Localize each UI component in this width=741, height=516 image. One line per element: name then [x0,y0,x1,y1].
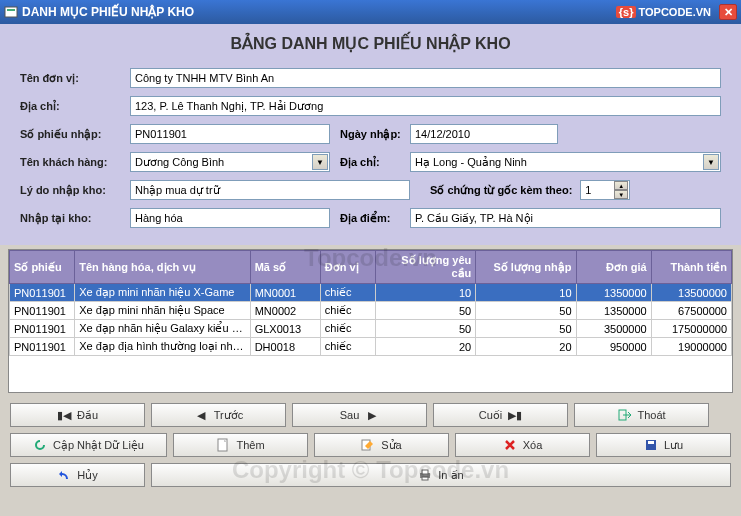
cell[interactable]: 67500000 [651,302,731,320]
exit-icon [617,408,631,422]
col-header[interactable]: Đơn vị [320,251,375,284]
col-header[interactable]: Số phiếu [10,251,75,284]
luu-button[interactable]: Lưu [596,433,731,457]
svg-rect-0 [5,7,17,17]
svg-rect-6 [648,441,654,444]
cell[interactable]: Xe đạp nhãn hiệu Galaxy kiểu địa [75,320,250,338]
cell[interactable]: chiếc [320,284,375,302]
cell[interactable]: 10 [375,284,475,302]
dia-chi-kh-select[interactable] [410,152,721,172]
ten-don-vi-input[interactable] [130,68,721,88]
sau-button[interactable]: Sau▶ [292,403,427,427]
col-header[interactable]: Đơn giá [576,251,651,284]
col-header[interactable]: Số lượng nhập [476,251,576,284]
inan-button[interactable]: In ấn [151,463,731,487]
cell[interactable]: 13500000 [651,284,731,302]
first-icon: ▮◀ [57,408,71,422]
ngay-nhap-input[interactable] [410,124,558,144]
logo: {s}TOPCODE.VN [616,6,711,18]
form-panel: Tên đơn vị: Địa chỉ: Số phiếu nhập: Ngày… [0,59,741,245]
cell[interactable]: Xe đạp mini nhãn hiệu Space [75,302,250,320]
so-phieu-input[interactable] [130,124,330,144]
cell[interactable]: 20 [375,338,475,356]
cell[interactable]: 20 [476,338,576,356]
cell[interactable]: 175000000 [651,320,731,338]
ly-do-input[interactable] [130,180,410,200]
cell[interactable]: 3500000 [576,320,651,338]
cell[interactable]: Xe đạp mini nhãn hiệu X-Game [75,284,250,302]
cell[interactable]: PN011901 [10,284,75,302]
spinner-up-icon[interactable]: ▲ [614,181,628,190]
cell[interactable]: 50 [375,320,475,338]
cell[interactable]: PN011901 [10,302,75,320]
table-row[interactable]: PN011901Xe đạp địa hình thường loại nhỏ … [10,338,732,356]
huy-button[interactable]: Hủy [10,463,145,487]
close-icon[interactable]: ✕ [719,4,737,20]
nhap-tai-label: Nhập tại kho: [20,212,130,225]
add-icon [216,438,230,452]
print-icon [418,468,432,482]
cell[interactable]: chiếc [320,320,375,338]
cell[interactable]: 1350000 [576,284,651,302]
table-row[interactable]: PN011901Xe đạp mini nhãn hiệu SpaceMN000… [10,302,732,320]
dia-chi-input[interactable] [130,96,721,116]
next-icon: ▶ [365,408,379,422]
cell[interactable]: 19000000 [651,338,731,356]
sua-button[interactable]: Sửa [314,433,449,457]
undo-icon [57,468,71,482]
cell[interactable]: 1350000 [576,302,651,320]
cell[interactable]: PN011901 [10,338,75,356]
table-row[interactable]: PN011901Xe đạp nhãn hiệu Galaxy kiểu địa… [10,320,732,338]
window-title: DANH MỤC PHIẾU NHẬP KHO [22,5,616,19]
ten-don-vi-label: Tên đơn vị: [20,72,130,85]
data-grid[interactable]: Số phiếuTên hàng hóa, dịch vụMã sốĐơn vị… [8,249,733,393]
svg-rect-9 [422,477,428,480]
svg-rect-1 [7,9,15,11]
dia-diem-input[interactable] [410,208,721,228]
titlebar: DANH MỤC PHIẾU NHẬP KHO {s}TOPCODE.VN ✕ [0,0,741,24]
cell[interactable]: 10 [476,284,576,302]
cell[interactable]: MN0001 [250,284,320,302]
cell[interactable]: chiếc [320,302,375,320]
page-title: BẢNG DANH MỤC PHIẾU NHẬP KHO [0,24,741,59]
last-icon: ▶▮ [508,408,522,422]
spinner-down-icon[interactable]: ▼ [614,190,628,199]
save-icon [644,438,658,452]
chung-tu-label: Số chứng từ gốc kèm theo: [430,184,572,197]
cell[interactable]: 50 [375,302,475,320]
nhap-tai-input[interactable] [130,208,330,228]
dau-button[interactable]: ▮◀Đầu [10,403,145,427]
col-header[interactable]: Số lượng yêu cầu [375,251,475,284]
cell[interactable]: GLX0013 [250,320,320,338]
table-row[interactable]: PN011901Xe đạp mini nhãn hiệu X-GameMN00… [10,284,732,302]
cell[interactable]: 950000 [576,338,651,356]
ngay-nhap-label: Ngày nhập: [340,128,410,141]
dia-chi-label: Địa chỉ: [20,100,130,113]
truoc-button[interactable]: ◀Trước [151,403,286,427]
cuoi-button[interactable]: Cuối▶▮ [433,403,568,427]
cell[interactable]: Xe đạp địa hình thường loại nhỏ cỡ [75,338,250,356]
dia-chi-kh-label: Địa chỉ: [340,156,410,169]
cell[interactable]: DH0018 [250,338,320,356]
dia-diem-label: Địa điểm: [340,212,410,225]
col-header[interactable]: Tên hàng hóa, dịch vụ [75,251,250,284]
cell[interactable]: 50 [476,302,576,320]
so-phieu-label: Số phiếu nhập: [20,128,130,141]
capnhat-button[interactable]: Cập Nhật Dữ Liệu [10,433,167,457]
khach-hang-select[interactable] [130,152,330,172]
cell[interactable]: chiếc [320,338,375,356]
cell[interactable]: PN011901 [10,320,75,338]
xoa-button[interactable]: Xóa [455,433,590,457]
khach-hang-label: Tên khách hàng: [20,156,130,168]
cell[interactable]: MN0002 [250,302,320,320]
col-header[interactable]: Thành tiền [651,251,731,284]
col-header[interactable]: Mã số [250,251,320,284]
edit-icon [361,438,375,452]
svg-rect-8 [422,470,428,474]
refresh-icon [33,438,47,452]
thoat-button[interactable]: Thoát [574,403,709,427]
them-button[interactable]: Thêm [173,433,308,457]
ly-do-label: Lý do nhập kho: [20,184,130,197]
cell[interactable]: 50 [476,320,576,338]
prev-icon: ◀ [194,408,208,422]
